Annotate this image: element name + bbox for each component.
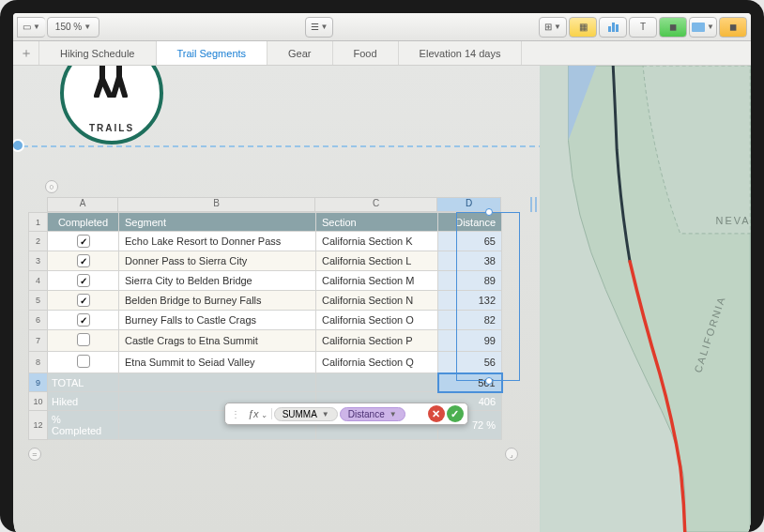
tab-label: Gear — [288, 48, 311, 59]
formula-function-pill[interactable]: SUMMA▼ — [274, 407, 338, 421]
chart-button[interactable] — [599, 17, 627, 38]
cell-segment[interactable]: Sierra City to Belden Bridge — [119, 271, 316, 291]
row-number[interactable]: 4 — [29, 271, 48, 291]
drag-handle-icon[interactable]: ⋮ — [229, 409, 242, 419]
tab-label: Trail Segments — [177, 48, 247, 59]
cell-completed[interactable] — [48, 271, 119, 291]
checkbox[interactable] — [77, 254, 90, 267]
hdr-section[interactable]: Section — [316, 213, 438, 232]
chevron-down-icon: ▼ — [707, 23, 714, 31]
row-number[interactable]: 10 — [29, 392, 48, 411]
cell-section[interactable]: California Section L — [316, 251, 438, 271]
row-number[interactable]: 6 — [29, 311, 48, 330]
cell-segment[interactable]: Belden Bridge to Burney Falls — [119, 291, 316, 311]
table-row: 2Echo Lake Resort to Donner PassCaliforn… — [29, 232, 502, 251]
cell-distance[interactable]: 99 — [438, 330, 502, 352]
cell-section[interactable]: California Section Q — [316, 352, 438, 373]
checkbox[interactable] — [77, 313, 90, 327]
insert-button[interactable]: ⊞▼ — [539, 17, 567, 38]
row-number[interactable]: 9 — [29, 373, 48, 392]
pct-label[interactable]: % Completed — [48, 411, 119, 440]
checkbox[interactable] — [77, 294, 90, 307]
add-sheet-button[interactable]: ＋ — [13, 41, 39, 65]
sheet-tab-trail-segments[interactable]: Trail Segments — [157, 41, 268, 65]
row-number[interactable]: 1 — [29, 213, 48, 232]
row-number[interactable]: 8 — [29, 352, 48, 373]
col-header-c[interactable]: C — [315, 197, 437, 212]
text-button[interactable]: T — [629, 17, 657, 38]
cell-completed[interactable] — [48, 232, 119, 251]
add-row-handle[interactable]: = — [28, 448, 41, 461]
row-number[interactable]: 3 — [29, 251, 48, 271]
cell-segment[interactable]: Burney Falls to Castle Crags — [119, 311, 316, 330]
cell-section[interactable]: California Section O — [316, 311, 438, 330]
sheet-tab-food[interactable]: Food — [333, 41, 399, 65]
map-label-nevada: NEVAD — [716, 215, 751, 226]
cell-distance[interactable]: 89 — [438, 271, 502, 291]
cell-distance[interactable]: 38 — [438, 251, 502, 271]
cell-distance[interactable]: 56 — [438, 352, 502, 373]
table-row: 4Sierra City to Belden BridgeCalifornia … — [29, 271, 502, 291]
cell-distance[interactable]: 132 — [438, 291, 502, 311]
column-width-handle[interactable] — [530, 197, 537, 212]
hdr-distance[interactable]: Distance — [438, 213, 502, 232]
row-number[interactable]: 12 — [29, 411, 48, 440]
table-row: 5Belden Bridge to Burney FallsCalifornia… — [29, 291, 502, 311]
row-number[interactable]: 7 — [29, 330, 48, 352]
cell-distance[interactable]: 82 — [438, 311, 502, 330]
cell[interactable] — [316, 373, 438, 392]
view-button[interactable]: ▭▼ — [17, 17, 45, 38]
cell-completed[interactable] — [48, 251, 119, 271]
formula-cancel-button[interactable]: ✕ — [428, 405, 445, 422]
cell-section[interactable]: California Section M — [316, 271, 438, 291]
checkbox[interactable] — [77, 235, 90, 248]
page-guide-handle[interactable] — [13, 139, 24, 152]
col-header-d[interactable]: D — [437, 197, 501, 212]
formula-arg-pill[interactable]: Distance▼ — [340, 407, 405, 421]
row-number[interactable]: 2 — [29, 232, 48, 251]
cell-completed[interactable] — [48, 330, 119, 352]
hdr-segment[interactable]: Segment — [119, 213, 316, 232]
cell[interactable] — [119, 373, 316, 392]
cell-section[interactable]: California Section N — [316, 291, 438, 311]
cell-section[interactable]: California Section P — [316, 330, 438, 352]
table-corner-handle-br[interactable]: ⌟ — [505, 448, 518, 461]
table-button[interactable]: ▦ — [569, 17, 597, 38]
sheet-tab-gear[interactable]: Gear — [267, 41, 332, 65]
col-header-b[interactable]: B — [118, 197, 315, 212]
cell-segment[interactable]: Echo Lake Resort to Donner Pass — [119, 232, 316, 251]
california-map: CALIFORNIA NEVAD — [540, 66, 751, 532]
list-style-button[interactable]: ☰▼ — [305, 17, 333, 38]
sheet-tab-elevation[interactable]: Elevation 14 days — [399, 41, 523, 65]
cell-section[interactable]: California Section K — [316, 232, 438, 251]
column-headers: A B C D — [28, 197, 535, 212]
cell-completed[interactable] — [48, 311, 119, 330]
cell-completed[interactable] — [48, 352, 119, 373]
media-button[interactable]: ▼ — [689, 17, 717, 38]
cell-segment[interactable]: Donner Pass to Sierra City — [119, 251, 316, 271]
fx-button[interactable]: ƒx⌄ — [244, 408, 272, 419]
row-number[interactable]: 5 — [29, 291, 48, 311]
total-value[interactable]: 561 — [438, 373, 502, 392]
checkbox[interactable] — [77, 333, 90, 346]
checkbox[interactable] — [77, 274, 90, 287]
cell-segment[interactable]: Castle Crags to Etna Summit — [119, 330, 316, 352]
cell-distance[interactable]: 65 — [438, 232, 502, 251]
col-header-a[interactable]: A — [47, 197, 118, 212]
logo-text: TRAILS — [89, 123, 134, 133]
zoom-select[interactable]: 150 %▼ — [47, 17, 99, 38]
formula-accept-button[interactable]: ✓ — [447, 405, 464, 422]
comment-button[interactable]: ◼ — [719, 17, 747, 38]
canvas[interactable]: TRAILS ○ A B C D 1 Completed Segment Sec… — [13, 66, 751, 532]
hiked-label[interactable]: Hiked — [48, 392, 119, 411]
cell-segment[interactable]: Etna Summit to Seiad Valley — [119, 352, 316, 373]
sheet-tab-hiking[interactable]: Hiking Schedule — [39, 41, 157, 65]
checkbox[interactable] — [77, 355, 90, 368]
table-corner-handle-tl[interactable]: ○ — [45, 180, 58, 193]
total-label[interactable]: TOTAL — [48, 373, 119, 392]
shape-button[interactable]: ◼ — [659, 17, 687, 38]
zoom-value: 150 % — [55, 22, 82, 32]
formula-editor[interactable]: ⋮ ƒx⌄ SUMMA▼ Distance▼ ✕ ✓ — [224, 403, 468, 425]
hdr-completed[interactable]: Completed — [48, 213, 119, 232]
cell-completed[interactable] — [48, 291, 119, 311]
